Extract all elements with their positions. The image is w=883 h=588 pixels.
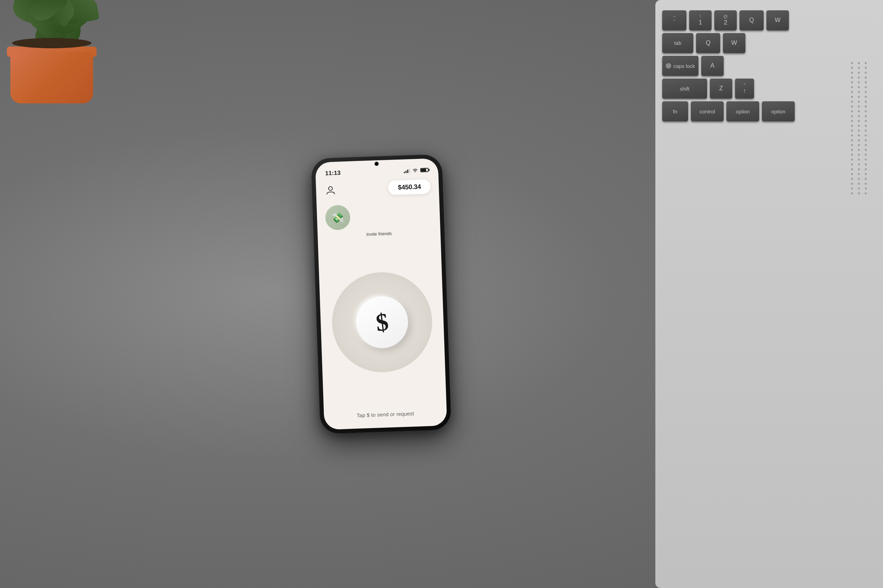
keyboard-row-1: ~ ` ! 1 @ 2 Q W [662,10,876,30]
signal-bar-2 [406,171,407,173]
keyboard-row-2: tab Q W [662,33,876,53]
key-1[interactable]: ! 1 [689,10,712,30]
invite-emoji: 💸 [331,212,344,224]
screen-content: 11:13 [315,158,447,430]
phone-screen: 11:13 [315,158,447,430]
invite-section: 💸 Invite friends [316,194,441,238]
plant-decoration [0,0,124,117]
keyboard-row-3: caps lock A [662,56,876,76]
status-time: 11:13 [325,170,341,177]
signal-bar-3 [407,170,408,173]
status-icons [403,168,429,173]
keyboard[interactable]: ~ ` ! 1 @ 2 Q W [662,10,876,124]
key-tilde[interactable]: ~ ` [662,10,686,30]
key-caps-lock[interactable]: caps lock [662,56,698,76]
user-icon [326,185,335,195]
pot-soil [12,38,92,48]
key-option-label: option [736,109,750,114]
key-a-label: A [710,62,715,70]
signal-bar-1 [404,172,405,173]
dollar-symbol: $ [375,309,390,335]
balance-amount: $450.34 [398,183,421,191]
key-tab[interactable]: tab [662,33,693,53]
user-profile-button[interactable] [324,183,337,196]
invite-friends-button[interactable]: 💸 [325,205,350,230]
caps-lock-label: caps lock [673,63,695,69]
key-q-main: Q [706,39,710,47]
key-shift[interactable]: shift [662,79,707,99]
key-q-row1[interactable]: Q [740,10,764,30]
balance-badge[interactable]: $450.34 [388,179,431,195]
key-z[interactable]: Z [710,79,732,99]
laptop: ~ ` ! 1 @ 2 Q W [642,0,883,588]
key-num1: 1 [698,19,702,27]
svg-point-0 [329,186,332,190]
key-w-row1[interactable]: W [766,10,789,30]
keyboard-row-4: shift Z ^ ↑ [662,79,876,99]
key-2[interactable]: @ 2 [715,10,737,30]
key-at: @ [723,14,728,19]
key-w-label: W [775,16,781,24]
key-exclaim: ! [700,14,701,19]
signal-icon [403,168,410,173]
key-a[interactable]: A [701,56,724,76]
battery-icon [420,168,429,172]
key-option[interactable]: option [727,101,759,122]
keyboard-area: ~ ` ! 1 @ 2 Q W [655,0,883,588]
wifi-icon [412,168,418,173]
key-num2: 2 [724,19,727,27]
battery-fill [421,168,426,172]
key-q-label: Q [749,16,754,24]
key-w[interactable]: W [723,33,745,53]
key-fn[interactable]: fn [662,101,688,122]
key-control[interactable]: control [691,101,724,122]
key-z-label: Z [719,85,723,92]
key-w-main: W [731,39,737,47]
key-arrow-label: ↑ [743,87,746,95]
key-tilde-main: ` [673,19,675,27]
key-q[interactable]: Q [696,33,720,53]
key-option-alt-label: option [771,109,785,114]
key-option-alt[interactable]: option [762,101,795,122]
key-shift-label: shift [680,86,689,92]
key-tilde-top: ~ [673,14,676,19]
key-arrow-up[interactable]: ^ ↑ [735,79,754,99]
tap-instruction: Tap $ to send or request [323,403,447,430]
phone: 11:13 [311,154,451,434]
outer-circle: $ [331,271,434,374]
pot-base [11,52,93,104]
key-arrow-top: ^ [743,82,745,87]
dollar-button[interactable]: $ [355,296,409,349]
main-action-area: $ [318,238,446,407]
keyboard-row-5: fn control option option [662,101,876,122]
caps-lock-indicator [666,63,671,69]
invite-label: Invite friends [326,230,432,238]
key-control-label: control [699,109,715,114]
key-tab-label: tab [674,40,681,46]
signal-bar-4 [409,168,410,173]
key-fn-label: fn [673,109,677,114]
